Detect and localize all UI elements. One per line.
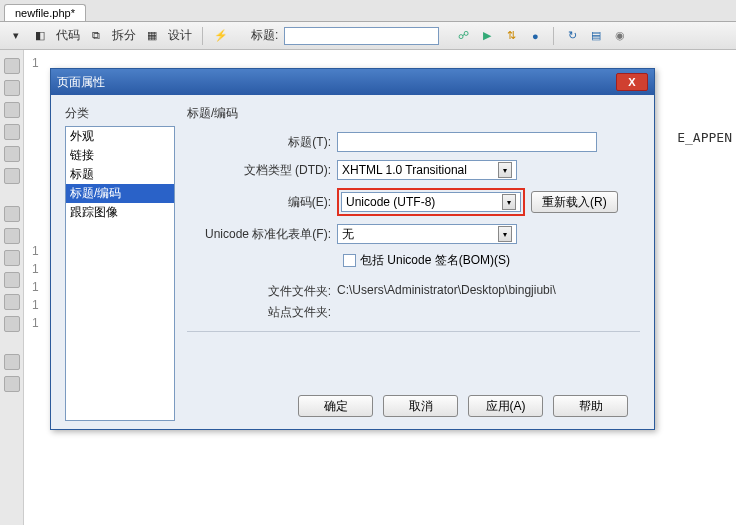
list-icon[interactable]: ▤: [586, 26, 606, 46]
tool-icon-2[interactable]: ▶: [477, 26, 497, 46]
title-field-label: 标题(T):: [187, 134, 337, 151]
encoding-combo[interactable]: Unicode (UTF-8) ▾: [341, 192, 521, 212]
category-item-headings[interactable]: 标题: [66, 165, 174, 184]
separator: [202, 27, 203, 45]
left-toolbar: [0, 50, 24, 525]
tool-icon-1[interactable]: ☍: [453, 26, 473, 46]
tab-bar: newfile.php*: [0, 0, 736, 22]
category-list[interactable]: 外观 链接 标题 标题/编码 跟踪图像: [65, 126, 175, 421]
bom-checkbox-label[interactable]: 包括 Unicode 签名(BOM)(S): [360, 252, 510, 269]
strip-icon[interactable]: [4, 146, 20, 162]
help-button[interactable]: 帮助: [553, 395, 628, 417]
normform-label: Unicode 标准化表单(F):: [187, 226, 337, 243]
strip-icon[interactable]: [4, 354, 20, 370]
sitefolder-label: 站点文件夹:: [187, 304, 337, 321]
globe-icon[interactable]: ●: [525, 26, 545, 46]
line-number: 1: [32, 316, 39, 330]
encoding-value: Unicode (UTF-8): [346, 195, 435, 209]
dtd-combo[interactable]: XHTML 1.0 Transitional ▾: [337, 160, 517, 180]
title-field[interactable]: [337, 132, 597, 152]
separator: [553, 27, 554, 45]
close-button[interactable]: X: [616, 73, 648, 91]
dtd-label: 文档类型 (DTD):: [187, 162, 337, 179]
strip-icon[interactable]: [4, 206, 20, 222]
normform-value: 无: [342, 226, 354, 243]
form-column: 标题/编码 标题(T): 文档类型 (DTD): XHTML 1.0 Trans…: [187, 105, 640, 421]
line-number: 1: [32, 298, 39, 312]
title-label: 标题:: [249, 27, 280, 44]
dialog-titlebar[interactable]: 页面属性 X: [51, 69, 654, 95]
eye-icon[interactable]: ◉: [610, 26, 630, 46]
toolbar: ▾ ◧ 代码 ⧉ 拆分 ▦ 设计 ⚡ 标题: ☍ ▶ ⇅ ● ↻ ▤ ◉: [0, 22, 736, 50]
live-view-icon[interactable]: ⚡: [211, 26, 231, 46]
category-column: 分类 外观 链接 标题 标题/编码 跟踪图像: [65, 105, 175, 421]
strip-icon[interactable]: [4, 376, 20, 392]
strip-icon[interactable]: [4, 80, 20, 96]
encoding-label: 编码(E):: [187, 194, 337, 211]
code-fragment: E_APPEN: [677, 130, 732, 145]
split-view-label[interactable]: 拆分: [110, 27, 138, 44]
category-item-tracing[interactable]: 跟踪图像: [66, 203, 174, 222]
dropdown-icon[interactable]: ▾: [6, 26, 26, 46]
dialog-title: 页面属性: [57, 74, 616, 91]
filefolder-label: 文件文件夹:: [187, 283, 337, 300]
bom-checkbox[interactable]: [343, 254, 356, 267]
strip-icon[interactable]: [4, 58, 20, 74]
category-item-appearance[interactable]: 外观: [66, 127, 174, 146]
categories-label: 分类: [65, 105, 175, 122]
chevron-down-icon[interactable]: ▾: [498, 162, 512, 178]
tool-icon-3[interactable]: ⇅: [501, 26, 521, 46]
design-view-icon[interactable]: ▦: [142, 26, 162, 46]
line-number: 1: [32, 280, 39, 294]
dialog-button-row: 确定 取消 应用(A) 帮助: [187, 395, 640, 417]
section-label: 标题/编码: [187, 105, 640, 122]
strip-icon[interactable]: [4, 228, 20, 244]
code-view-label[interactable]: 代码: [54, 27, 82, 44]
title-input[interactable]: [284, 27, 439, 45]
strip-icon[interactable]: [4, 168, 20, 184]
design-view-label[interactable]: 设计: [166, 27, 194, 44]
strip-icon[interactable]: [4, 316, 20, 332]
cancel-button[interactable]: 取消: [383, 395, 458, 417]
strip-icon[interactable]: [4, 124, 20, 140]
normform-combo[interactable]: 无 ▾: [337, 224, 517, 244]
ok-button[interactable]: 确定: [298, 395, 373, 417]
category-item-title-encoding[interactable]: 标题/编码: [66, 184, 174, 203]
separator-line: [187, 331, 640, 332]
reload-button[interactable]: 重新载入(R): [531, 191, 618, 213]
file-tab[interactable]: newfile.php*: [4, 4, 86, 21]
chevron-down-icon[interactable]: ▾: [498, 226, 512, 242]
category-item-links[interactable]: 链接: [66, 146, 174, 165]
encoding-highlight: Unicode (UTF-8) ▾: [337, 188, 525, 216]
code-view-icon[interactable]: ◧: [30, 26, 50, 46]
dtd-value: XHTML 1.0 Transitional: [342, 163, 467, 177]
apply-button[interactable]: 应用(A): [468, 395, 543, 417]
line-number: 1: [32, 56, 39, 70]
line-number: 1: [32, 262, 39, 276]
strip-icon[interactable]: [4, 102, 20, 118]
strip-icon[interactable]: [4, 294, 20, 310]
split-view-icon[interactable]: ⧉: [86, 26, 106, 46]
chevron-down-icon[interactable]: ▾: [502, 194, 516, 210]
filefolder-value: C:\Users\Administrator\Desktop\bingjiubi…: [337, 283, 556, 300]
page-properties-dialog: 页面属性 X 分类 外观 链接 标题 标题/编码 跟踪图像 标题/编码 标题(T…: [50, 68, 655, 430]
strip-icon[interactable]: [4, 250, 20, 266]
line-number: 1: [32, 244, 39, 258]
strip-icon[interactable]: [4, 272, 20, 288]
refresh-icon[interactable]: ↻: [562, 26, 582, 46]
